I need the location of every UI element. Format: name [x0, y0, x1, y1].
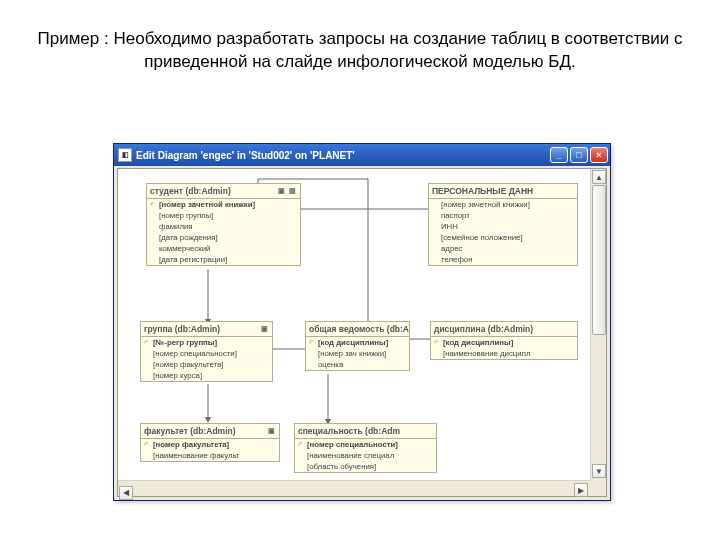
- maximize-button[interactable]: □: [570, 147, 588, 163]
- entity-header[interactable]: ПЕРСОНАЛЬНЫЕ ДАНН: [429, 184, 577, 199]
- entity-toolbar-icons: ▣: [268, 427, 276, 435]
- field-pk[interactable]: [номер зачетной книжки]: [147, 199, 300, 210]
- entity-header[interactable]: студент (db:Admin)▣ ▤: [147, 184, 300, 199]
- field-pk[interactable]: [номер специальности]: [295, 439, 436, 450]
- entity-discipline[interactable]: дисциплина (db:Admin) [код дисциплины] […: [430, 321, 578, 360]
- entity-toolbar-icons: ▣: [261, 325, 269, 333]
- field[interactable]: [наименование специал: [295, 450, 436, 461]
- field[interactable]: [дата рождения]: [147, 232, 300, 243]
- entity-fields: [номер зачетной книжки] паспорт ИНН [сем…: [429, 199, 577, 265]
- diagram-editor-window: ◧ Edit Diagram 'engec' in 'Stud002' on '…: [113, 143, 611, 501]
- field[interactable]: ИНН: [429, 221, 577, 232]
- field-pk[interactable]: [номер факультета]: [141, 439, 279, 450]
- field[interactable]: коммерческий: [147, 243, 300, 254]
- entity-header[interactable]: общая ведомость (db:A: [306, 322, 409, 337]
- field[interactable]: [наименование факульт: [141, 450, 279, 461]
- scroll-down-button[interactable]: ▼: [592, 464, 606, 478]
- field[interactable]: фамилия: [147, 221, 300, 232]
- entity-header[interactable]: специальность (db:Adm: [295, 424, 436, 439]
- field[interactable]: [номер зач книжки]: [306, 348, 409, 359]
- scroll-corner: [590, 480, 606, 496]
- entity-toolbar-icons: ▣ ▤: [278, 187, 297, 195]
- field[interactable]: телефон: [429, 254, 577, 265]
- app-icon: ◧: [118, 148, 132, 162]
- entity-speciality[interactable]: специальность (db:Adm [номер специальнос…: [294, 423, 437, 473]
- entity-fields: [код дисциплины] [номер зач книжки] оцен…: [306, 337, 409, 370]
- entity-fields: [номер зачетной книжки] [номер группы] ф…: [147, 199, 300, 265]
- entity-vedomost[interactable]: общая ведомость (db:A [код дисциплины] […: [305, 321, 410, 371]
- window-title: Edit Diagram 'engec' in 'Stud002' on 'PL…: [136, 150, 550, 161]
- field[interactable]: [номер курса]: [141, 370, 272, 381]
- entity-faculty[interactable]: факультет (db:Admin)▣ [номер факультета]…: [140, 423, 280, 462]
- window-titlebar[interactable]: ◧ Edit Diagram 'engec' in 'Stud002' on '…: [114, 144, 610, 166]
- horizontal-scrollbar[interactable]: ◀ ▶: [118, 480, 590, 496]
- entity-personal[interactable]: ПЕРСОНАЛЬНЫЕ ДАНН [номер зачетной книжки…: [428, 183, 578, 266]
- field[interactable]: [номер специальности]: [141, 348, 272, 359]
- entity-fields: [код дисциплины] [наименование дисципл: [431, 337, 577, 359]
- entity-student[interactable]: студент (db:Admin)▣ ▤ [номер зачетной кн…: [146, 183, 301, 266]
- close-button[interactable]: ×: [590, 147, 608, 163]
- scroll-left-button[interactable]: ◀: [119, 486, 133, 500]
- vertical-scrollbar[interactable]: ▲ ▼: [590, 169, 606, 480]
- canvas-viewport: студент (db:Admin)▣ ▤ [номер зачетной кн…: [117, 168, 607, 497]
- er-diagram-canvas[interactable]: студент (db:Admin)▣ ▤ [номер зачетной кн…: [118, 169, 590, 480]
- field[interactable]: паспорт: [429, 210, 577, 221]
- field-pk[interactable]: [код дисциплины]: [431, 337, 577, 348]
- field[interactable]: [дата регистрации]: [147, 254, 300, 265]
- field[interactable]: [номер группы]: [147, 210, 300, 221]
- entity-header[interactable]: факультет (db:Admin)▣: [141, 424, 279, 439]
- minimize-button[interactable]: _: [550, 147, 568, 163]
- field-pk[interactable]: [№-регр группы]: [141, 337, 272, 348]
- field[interactable]: адрес: [429, 243, 577, 254]
- field[interactable]: [наименование дисципл: [431, 348, 577, 359]
- scroll-right-button[interactable]: ▶: [574, 483, 588, 497]
- entity-group[interactable]: группа (db:Admin)▣ [№-регр группы] [номе…: [140, 321, 273, 382]
- scroll-thumb[interactable]: [592, 185, 606, 335]
- entity-fields: [номер факультета] [наименование факульт: [141, 439, 279, 461]
- field[interactable]: [номер зачетной книжки]: [429, 199, 577, 210]
- entity-header[interactable]: группа (db:Admin)▣: [141, 322, 272, 337]
- field[interactable]: [семейное положение]: [429, 232, 577, 243]
- entity-fields: [№-регр группы] [номер специальности] [н…: [141, 337, 272, 381]
- field-pk[interactable]: [код дисциплины]: [306, 337, 409, 348]
- window-controls: _ □ ×: [550, 147, 608, 163]
- slide-title: Пример : Необходимо разработать запросы …: [0, 0, 720, 84]
- scroll-up-button[interactable]: ▲: [592, 170, 606, 184]
- entity-fields: [номер специальности] [наименование спец…: [295, 439, 436, 472]
- field[interactable]: оценка: [306, 359, 409, 370]
- field[interactable]: [область обучения]: [295, 461, 436, 472]
- entity-header[interactable]: дисциплина (db:Admin): [431, 322, 577, 337]
- field[interactable]: [номер факультета]: [141, 359, 272, 370]
